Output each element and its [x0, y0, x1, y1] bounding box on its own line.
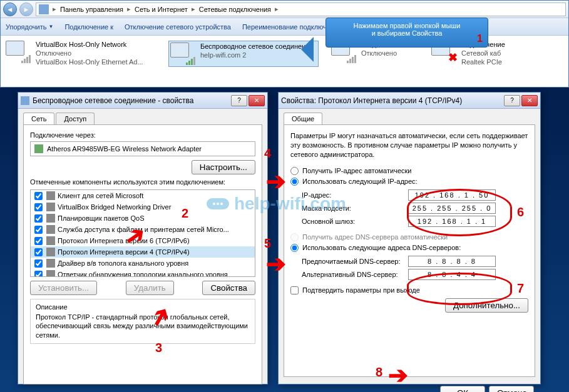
adapter-icon — [34, 144, 43, 153]
ok-button[interactable]: ОК — [440, 386, 485, 392]
help-button[interactable]: ? — [504, 95, 520, 106]
list-item[interactable]: Клиент для сетей Microsoft — [31, 190, 255, 201]
net-desc: Realtek PCIe — [461, 58, 505, 67]
titlebar[interactable]: Свойства: Протокол Интернета версии 4 (T… — [279, 93, 540, 109]
net-wifi[interactable]: Беспроводное сетевое соединение help-wif… — [168, 41, 319, 67]
label-dns2: Альтернативный DNS-сервер: — [302, 271, 408, 278]
label-dns1: Предпочитаемый DNS-сервер: — [302, 258, 408, 265]
checkbox[interactable] — [34, 226, 43, 234]
anno-8: 8 — [376, 365, 382, 379]
anno-1: 1 — [477, 33, 483, 44]
adapter-name: Atheros AR9485WB-EG Wireless Network Ada… — [47, 145, 202, 153]
radio — [290, 233, 299, 241]
anno-2: 2 — [182, 206, 188, 221]
help-button[interactable]: ? — [231, 95, 247, 106]
radio[interactable] — [290, 167, 299, 175]
component-icon — [46, 270, 55, 277]
description-text: Протокол TCP/IP - стандартный протокол г… — [36, 313, 250, 339]
remove-button[interactable]: Удалить — [126, 281, 174, 295]
tab-access[interactable]: Доступ — [56, 113, 95, 124]
net-status: Отключено — [361, 49, 405, 58]
description-label: Описание — [36, 303, 250, 311]
arrow-icon: ➔ — [266, 168, 286, 195]
list-item[interactable]: VirtualBox Bridged Networking Driver — [31, 201, 255, 213]
net-desc: help-wifi.com 2 — [200, 51, 313, 60]
checkbox[interactable] — [34, 248, 43, 256]
net-virtualbox[interactable]: VirtualBox Host-Only Network Отключено V… — [6, 41, 156, 67]
tb-organize[interactable]: Упорядочить▼ — [6, 23, 53, 31]
radio-manual-ip[interactable]: Использовать следующий IP-адрес: — [290, 178, 528, 186]
back-button[interactable]: ◄ — [3, 3, 17, 16]
dns1-input[interactable]: 8 . 8 . 8 . 8 — [408, 256, 496, 267]
radio[interactable] — [290, 178, 299, 186]
net-status: Сетевой каб — [461, 49, 505, 58]
callout-line1: Нажимаем правой кнопкой мыши — [332, 22, 481, 29]
address-bar: ◄ ► ▸ Панель управления ▸ Сеть и Интерне… — [1, 1, 568, 18]
label-mask: Маска подсети: — [302, 204, 408, 212]
tb-disable[interactable]: Отключение сетевого устройства — [125, 23, 231, 31]
checkbox[interactable] — [34, 203, 43, 211]
component-icon — [46, 225, 55, 234]
net-desc: VirtualBox Host-Only Ethernet Ad... — [36, 58, 143, 67]
radio-auto-dns[interactable]: Получить адрес DNS-сервера автоматически — [290, 233, 528, 241]
breadcrumb[interactable]: ▸ Панель управления ▸ Сеть и Интернет ▸ … — [36, 3, 566, 16]
dialog-title: Беспроводное сетевое соединение - свойст… — [33, 96, 194, 105]
wifi-icon — [21, 96, 29, 105]
component-icon — [46, 214, 55, 223]
component-icon — [46, 259, 55, 268]
list-item[interactable]: Планировщик пакетов QoS — [31, 213, 255, 224]
net-status: Отключено — [36, 49, 143, 58]
close-button[interactable]: ✕ — [249, 95, 265, 106]
radio[interactable] — [290, 244, 299, 252]
error-x-icon: ✖ — [448, 51, 458, 64]
checkbox[interactable] — [34, 271, 43, 278]
checkbox[interactable] — [34, 237, 43, 245]
arrow-icon: ➔ — [388, 361, 408, 389]
install-button[interactable]: Установить... — [30, 281, 97, 295]
configure-button[interactable]: Настроить... — [192, 160, 255, 174]
properties-button[interactable]: Свойства — [202, 281, 255, 295]
list-item[interactable]: Драйвер в/в тополога канального уровня — [31, 258, 255, 269]
dialog-title: Свойства: Протокол Интернета версии 4 (T… — [281, 96, 462, 105]
cancel-button[interactable]: Отмена — [489, 386, 534, 392]
net-icon — [170, 43, 195, 65]
anno-4: 4 — [264, 146, 271, 161]
tb-connect[interactable]: Подключение к — [64, 23, 113, 31]
titlebar[interactable]: Беспроводное сетевое соединение - свойст… — [18, 93, 267, 109]
close-button[interactable]: ✕ — [521, 95, 538, 106]
component-icon — [46, 248, 55, 256]
mask-input[interactable]: 255 . 255 . 255 . 0 — [408, 203, 496, 214]
label-connect-via: Подключение через: — [30, 131, 255, 139]
anno-3: 3 — [155, 341, 162, 355]
bc-connections[interactable]: Сетевые подключения — [199, 6, 271, 13]
checkbox[interactable] — [290, 286, 299, 294]
anno-7: 7 — [517, 281, 524, 296]
tcpipv4-properties-dialog: Свойства: Протокол Интернета версии 4 (T… — [278, 92, 541, 384]
bc-control-panel[interactable]: Панель управления — [60, 6, 123, 13]
radio-auto-ip[interactable]: Получить IP-адрес автоматически — [290, 167, 528, 175]
list-item[interactable]: Ответчик обнаружения топологии канальног… — [31, 269, 255, 277]
ip-input[interactable]: 192 . 168 . 1 . 50 — [408, 189, 496, 201]
forward-button[interactable]: ► — [19, 3, 33, 16]
dns2-input[interactable]: 8 . 8 . 4 . 4 — [408, 269, 496, 280]
list-item-tcpipv4[interactable]: Протокол Интернета версии 4 (TCP/IPv4) — [31, 246, 255, 258]
net-title: Беспроводное сетевое соединение — [200, 43, 313, 51]
gateway-input[interactable]: 192 . 168 . 1 . 1 — [408, 216, 496, 227]
radio-manual-dns[interactable]: Использовать следующие адреса DNS-сервер… — [290, 244, 528, 252]
component-icon — [46, 236, 55, 245]
advanced-button[interactable]: Дополнительно... — [445, 298, 528, 313]
label-components: Отмеченные компоненты используются этим … — [30, 178, 255, 186]
anno-5: 5 — [264, 236, 271, 251]
checkbox[interactable] — [34, 192, 43, 200]
checkbox[interactable] — [34, 259, 43, 268]
tab-network[interactable]: Сеть — [23, 113, 54, 124]
arrow-icon: ➔ — [266, 250, 286, 278]
confirm-checkbox-row[interactable]: Подтвердить параметры при выходе — [290, 286, 528, 294]
callout-bubble: Нажимаем правой кнопкой мыши и выбираем … — [326, 18, 488, 48]
tab-general[interactable]: Общие — [284, 113, 322, 124]
adapter-field: Atheros AR9485WB-EG Wireless Network Ada… — [30, 141, 255, 156]
component-icon — [46, 203, 55, 211]
checkbox[interactable] — [34, 214, 43, 223]
component-icon — [46, 191, 55, 200]
bc-network[interactable]: Сеть и Интернет — [135, 6, 188, 13]
